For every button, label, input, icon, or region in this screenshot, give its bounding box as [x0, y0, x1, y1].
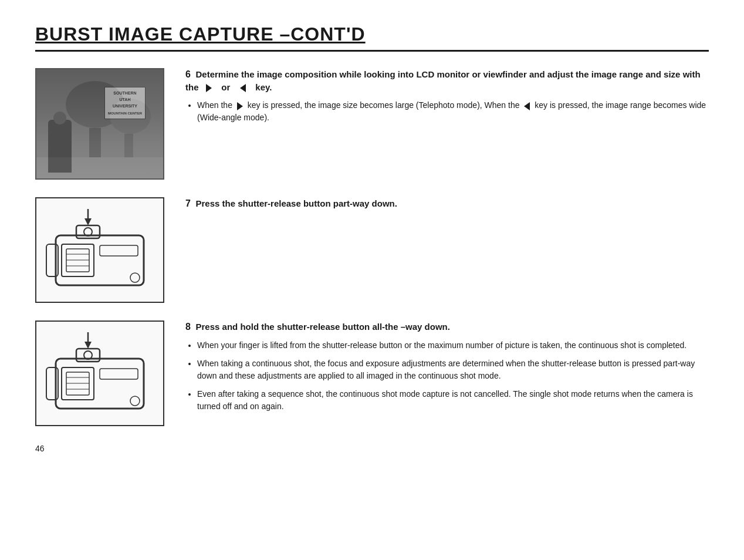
- svg-marker-10: [84, 218, 92, 225]
- svg-marker-23: [84, 342, 92, 349]
- step7-image: [35, 197, 164, 303]
- step7-heading: 7 Press the shutter-release button part-…: [185, 197, 709, 210]
- step6-heading: 6 Determine the image composition while …: [185, 68, 709, 93]
- photo-background-svg: [36, 69, 164, 180]
- step7-content: 7 Press the shutter-release button part-…: [185, 197, 709, 216]
- step8-bullet-list: When your finger is lifted from the shut…: [185, 339, 709, 413]
- right-arrow-icon: [206, 84, 212, 92]
- step8-image: [35, 321, 164, 426]
- svg-point-2: [110, 99, 151, 134]
- step8-content: 8 Press and hold the shutter-release but…: [185, 321, 709, 419]
- step6-image: SOUTHERN UTAH UNIVERSITY MOUNTAIN CENTER: [35, 68, 164, 180]
- step8-heading-text: Press and hold the shutter-release butto…: [196, 322, 450, 332]
- left-arrow-icon: [240, 84, 246, 92]
- step6-number: 6: [185, 69, 193, 79]
- camera-diagram2-svg: [44, 326, 155, 420]
- page-title: BURST IMAGE CAPTURE –CONT'D: [35, 23, 709, 52]
- svg-point-30: [130, 396, 140, 406]
- svg-rect-29: [100, 369, 138, 379]
- svg-point-17: [130, 273, 140, 282]
- page-number: 46: [35, 444, 709, 453]
- step6-or: or: [217, 82, 235, 92]
- step7-heading-text: Press the shutter-release button part-wa…: [196, 198, 397, 208]
- camera-diagram-svg: [44, 203, 155, 297]
- step6-bullet1: When the key is pressed, the image size …: [197, 99, 709, 124]
- step8-heading: 8 Press and hold the shutter-release but…: [185, 321, 709, 333]
- step8-bullet3: Even after taking a sequence shot, the c…: [197, 388, 709, 413]
- svg-rect-16: [100, 245, 138, 256]
- step8-bullet1: When your finger is lifted from the shut…: [197, 339, 709, 352]
- step6-bullet-list: When the key is pressed, the image size …: [185, 99, 709, 124]
- step8-number: 8: [185, 322, 193, 332]
- bullet-left-arrow-icon: [524, 102, 530, 110]
- section-step6: SOUTHERN UTAH UNIVERSITY MOUNTAIN CENTER…: [35, 68, 709, 180]
- section-step7: 7 Press the shutter-release button part-…: [35, 197, 709, 303]
- step7-number: 7: [185, 198, 193, 208]
- section-step8: 8 Press and hold the shutter-release but…: [35, 321, 709, 426]
- bullet-right-arrow-icon: [237, 102, 243, 110]
- step8-bullet2: When taking a continuous shot, the focus…: [197, 357, 709, 382]
- svg-rect-5: [36, 157, 164, 180]
- step6-content: 6 Determine the image composition while …: [185, 68, 709, 130]
- step6-key-label: key.: [251, 82, 272, 92]
